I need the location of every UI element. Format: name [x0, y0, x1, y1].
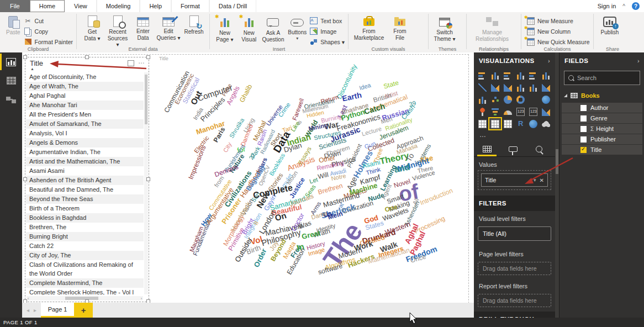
remove-field-icon[interactable]: ✕ [540, 177, 544, 183]
wordcloud-word[interactable]: Let [309, 177, 319, 185]
paste-button[interactable]: Paste [3, 14, 23, 36]
field-checkbox-publisher[interactable] [580, 136, 587, 143]
menu-tab-data-drill[interactable]: Data / Drill [209, 0, 256, 12]
line-and-clustered-column-chart-visual-icon[interactable] [515, 82, 526, 93]
field-row-author[interactable]: Author [562, 103, 642, 113]
funnel-visual-icon[interactable] [489, 106, 501, 117]
resize-handle[interactable] [146, 55, 150, 59]
line-chart-visual-icon[interactable] [477, 82, 488, 93]
refresh-button[interactable]: Refresh [182, 14, 206, 35]
table-node-books[interactable]: Books [559, 88, 644, 102]
expand-triangle-icon[interactable] [564, 94, 567, 97]
wordcloud-word[interactable]: Brethren [317, 182, 344, 196]
values-field-chip[interactable]: Title ▾ ✕ [481, 173, 548, 187]
table-row[interactable]: Burning Bright [26, 232, 144, 241]
table-row[interactable]: Brethren, The [26, 223, 144, 232]
from-file-button[interactable]: FromFile [387, 14, 413, 41]
collapse-fields-panel-icon[interactable]: › [637, 57, 640, 64]
table-visual-icon[interactable] [489, 118, 501, 129]
from-marketplace-button[interactable]: FromMarketplace [352, 14, 386, 41]
card-visual-icon[interactable] [515, 106, 526, 117]
100-stacked-bar-chart-visual-icon[interactable] [527, 70, 539, 81]
wordcloud-word[interactable]: On [274, 211, 287, 222]
visual-filter-chip[interactable]: Title (All) [478, 226, 551, 241]
table-row[interactable]: Angels & Demons [26, 138, 144, 147]
buttons-button[interactable]: Buttons▾ [286, 14, 309, 41]
field-checkbox-genre[interactable] [580, 115, 587, 122]
slicer-visual-icon[interactable] [477, 118, 488, 129]
treemap-visual-icon[interactable] [527, 94, 539, 105]
donut-chart-visual-icon[interactable] [515, 94, 526, 105]
report-filters-dropzone[interactable]: Drag data fields here [478, 294, 551, 307]
table-column-header[interactable]: Title [30, 59, 43, 67]
stacked-bar-chart-visual-icon[interactable] [477, 70, 488, 81]
100-stacked-column-chart-visual-icon[interactable] [540, 70, 552, 81]
table-row[interactable]: All the President's Men [26, 110, 144, 119]
gauge-visual-icon[interactable] [502, 106, 514, 117]
wordcloud-word[interactable]: City [222, 141, 233, 154]
sidebar-item-report-view[interactable] [0, 52, 22, 71]
copy-button[interactable]: Copy [24, 27, 73, 36]
new-column-button[interactable]: New Column [527, 27, 590, 36]
r-script-visual-icon[interactable] [515, 118, 526, 129]
wordcloud-word[interactable]: Will [317, 171, 329, 180]
table-row[interactable]: Ahe Manohar Tari [26, 101, 144, 110]
menu-tab-modeling[interactable]: Modeling [97, 0, 140, 12]
more-visuals-icon[interactable]: … [474, 130, 555, 141]
table-row[interactable]: Beyond the Three Seas [26, 194, 144, 204]
collapse-ribbon-icon[interactable]: ^ [622, 3, 625, 9]
more-options-icon[interactable]: … [138, 57, 145, 65]
table-row[interactable]: Analysis, Vol I [26, 129, 144, 138]
menu-tab-help[interactable]: Help [140, 0, 171, 12]
focus-mode-icon[interactable] [128, 60, 134, 66]
cut-button[interactable]: ✂Cut [24, 16, 73, 25]
table-row[interactable]: Aghal Paghal [26, 91, 144, 101]
table-row[interactable]: Complete Mastermind, The [26, 278, 144, 288]
field-checkbox-title[interactable] [580, 147, 587, 153]
table-row[interactable]: Bookless in Baghdad [26, 213, 144, 223]
table-row[interactable]: Asami Asami [26, 166, 144, 176]
publish-button[interactable]: Publish [597, 14, 622, 36]
chevron-down-icon[interactable]: ▾ [534, 177, 536, 183]
ribbon-chart-visual-icon[interactable] [540, 82, 552, 93]
table-row[interactable]: Beautiful and the Damned, The [26, 185, 144, 194]
add-page-button[interactable]: + [74, 303, 93, 318]
tab-analytics[interactable] [526, 142, 552, 156]
scatter-chart-visual-icon[interactable] [489, 94, 501, 105]
stacked-column-chart-visual-icon[interactable] [489, 70, 501, 81]
tab-fields[interactable] [474, 142, 500, 156]
area-chart-visual-icon[interactable] [489, 82, 501, 93]
switch-theme-button[interactable]: SwitchTheme ▾ [432, 14, 457, 42]
table-row[interactable]: Ashenden of The British Agent [26, 176, 144, 185]
table-vertical-scrollbar[interactable] [144, 72, 148, 294]
enter-data-button[interactable]: EnterData [131, 14, 155, 41]
get-data-button[interactable]: GetData ▾ [80, 14, 104, 41]
field-row-title[interactable]: Title [562, 145, 642, 155]
new-visual-button[interactable]: NewVisual [237, 14, 261, 43]
map-visual-icon[interactable] [540, 94, 552, 105]
sidebar-item-data-view[interactable] [0, 71, 22, 90]
table-row[interactable]: Age of Wrath, The [26, 82, 144, 91]
table-visual[interactable]: Title ▲ … Age of Discontuinity, TheAge o… [25, 57, 149, 302]
kpi-visual-icon[interactable] [540, 106, 552, 117]
wordcloud-word[interactable]: software [318, 262, 344, 276]
sign-in-button[interactable]: Sign in [598, 3, 616, 9]
field-row-height[interactable]: ΣHeight [562, 124, 642, 134]
arcgis-map-visual-icon[interactable] [527, 118, 539, 129]
multi-row-card-visual-icon[interactable] [527, 106, 539, 117]
search-input[interactable]: Search [564, 71, 640, 85]
field-row-publisher[interactable]: Publisher [562, 134, 642, 144]
resize-handle[interactable] [85, 55, 89, 59]
ask-a-question-button[interactable]: Ask AQuestion [262, 14, 285, 43]
tab-format[interactable] [500, 142, 526, 156]
sort-ascending-icon[interactable]: ▲ [30, 67, 34, 71]
shapes-button[interactable]: Shapes ▾ [310, 37, 345, 46]
values-well[interactable]: Title ▾ ✕ [478, 170, 551, 190]
waterfall-chart-visual-icon[interactable] [477, 94, 488, 105]
wordcloud-word[interactable]: State [383, 79, 399, 89]
prev-page-arrow-icon[interactable]: ◂ [27, 307, 29, 313]
table-row[interactable]: Catch 22 [26, 241, 144, 251]
clustered-bar-chart-visual-icon[interactable] [502, 70, 514, 81]
table-row[interactable]: Amulet of Samarkand, The [26, 119, 144, 129]
sidebar-item-model-view[interactable] [0, 90, 22, 109]
